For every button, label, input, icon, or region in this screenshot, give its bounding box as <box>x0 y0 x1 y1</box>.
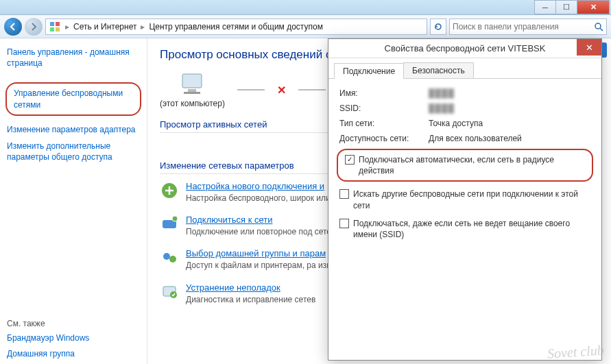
homegroup-icon <box>160 248 179 267</box>
svg-rect-6 <box>182 74 202 88</box>
window-titlebar: ─ ☐ ✕ <box>0 0 611 15</box>
checkbox-auto-connect[interactable] <box>345 155 355 165</box>
prop-type-value: Точка доступа <box>429 119 483 128</box>
breadcrumb[interactable]: ▸ Сеть и Интернет ▸ Центр управления сет… <box>45 19 427 35</box>
task-desc: Диагностика и исправление сетев <box>186 294 315 305</box>
dialog-titlebar[interactable]: Свойства беспроводной сети VITEBSK ✕ <box>328 39 601 58</box>
sidebar-item-adapter[interactable]: Изменение параметров адаптера <box>7 124 140 135</box>
maximize-button[interactable]: ☐ <box>555 0 577 14</box>
prop-ssid-value: ████ <box>429 104 455 113</box>
refresh-button[interactable] <box>430 19 446 35</box>
close-button[interactable]: ✕ <box>577 0 610 14</box>
chevron-right-icon: ▸ <box>139 22 146 32</box>
svg-point-4 <box>595 23 601 29</box>
svg-rect-2 <box>50 27 54 32</box>
checkbox-label: Подключаться автоматически, если сеть в … <box>359 154 585 176</box>
tab-connection[interactable]: Подключение <box>334 63 404 79</box>
connect-icon <box>160 215 179 234</box>
dialog-close-button[interactable]: ✕ <box>577 39 601 56</box>
prop-type-label: Тип сети: <box>339 119 429 128</box>
svg-line-5 <box>600 28 603 31</box>
svg-point-15 <box>163 253 170 260</box>
sidebar-item-sharing[interactable]: Изменить дополнительные параметры общего… <box>7 141 140 162</box>
address-bar: ▸ Сеть и Интернет ▸ Центр управления сет… <box>0 15 611 38</box>
search-icon <box>594 22 603 32</box>
svg-rect-7 <box>188 89 196 92</box>
network-center-icon <box>49 21 61 33</box>
minimize-button[interactable]: ─ <box>534 0 556 14</box>
prop-avail-label: Доступность сети: <box>339 134 429 143</box>
prop-name-label: Имя: <box>339 88 429 98</box>
see-also-section: См. также Брандмауэр Windows Домашняя гр… <box>7 168 140 364</box>
chevron-right-icon: ▸ <box>64 22 71 32</box>
new-connection-icon <box>160 181 179 200</box>
breadcrumb-segment[interactable]: Центр управления сетями и общим доступом <box>149 22 323 32</box>
see-also-homegroup[interactable]: Домашняя группа <box>7 348 140 359</box>
search-placeholder: Поиск в панели управления <box>453 22 559 32</box>
svg-rect-8 <box>184 92 200 94</box>
connection-line <box>237 89 265 90</box>
breadcrumb-segment[interactable]: Сеть и Интернет <box>73 22 136 32</box>
auto-connect-highlight: Подключаться автоматически, если сеть в … <box>337 149 593 182</box>
troubleshoot-icon <box>160 282 179 302</box>
sidebar-home-link[interactable]: Панель управления - домашняя страница <box>7 47 140 69</box>
task-link[interactable]: Устранение неполадок <box>186 282 315 293</box>
prop-name-value: ████ <box>429 88 455 98</box>
svg-point-16 <box>169 256 176 263</box>
back-button[interactable] <box>4 18 22 36</box>
tab-security[interactable]: Безопасность <box>403 62 474 78</box>
wireless-properties-dialog: Свойства беспроводной сети VITEBSK ✕ Под… <box>328 38 602 361</box>
dialog-title: Свойства беспроводной сети VITEBSK <box>385 43 546 53</box>
checkbox-connect-hidden[interactable] <box>339 219 349 228</box>
forward-button[interactable] <box>25 18 43 36</box>
disconnect-icon: ✕ <box>277 84 286 97</box>
checkbox-label: Подключаться, даже если сеть не ведет ве… <box>353 218 590 240</box>
checkbox-label: Искать другие беспроводные сети при подк… <box>353 189 590 210</box>
svg-rect-3 <box>56 27 60 32</box>
svg-rect-0 <box>50 22 54 26</box>
dialog-tabs: Подключение Безопасность <box>328 58 601 79</box>
see-also-title: См. также <box>7 319 140 328</box>
sidebar-item-wireless[interactable]: Управление беспроводными сетями <box>5 82 141 115</box>
this-computer-icon: (этот компьютер) <box>160 71 225 108</box>
checkbox-search-other[interactable] <box>339 189 349 199</box>
see-also-firewall[interactable]: Брандмауэр Windows <box>7 332 140 343</box>
dialog-body: Имя: ████ SSID: ████ Тип сети: Точка дос… <box>328 79 601 250</box>
svg-point-14 <box>172 216 178 221</box>
prop-avail-value: Для всех пользователей <box>429 134 522 143</box>
svg-rect-1 <box>56 22 60 26</box>
sidebar: Панель управления - домашняя страница Уп… <box>0 38 147 364</box>
search-input[interactable]: Поиск в панели управления <box>449 19 607 35</box>
connection-line <box>298 89 326 90</box>
prop-ssid-label: SSID: <box>339 104 429 113</box>
